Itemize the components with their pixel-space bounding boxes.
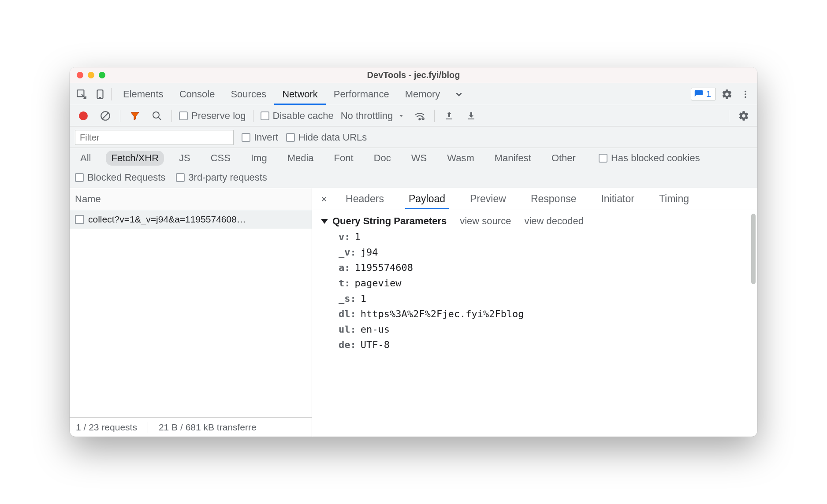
tab-elements[interactable]: Elements bbox=[115, 84, 171, 104]
query-params-section: Query String Parameters view source view… bbox=[321, 215, 749, 227]
type-filter-ws[interactable]: WS bbox=[406, 151, 432, 166]
detail-tab-initiator[interactable]: Initiator bbox=[597, 189, 637, 209]
kebab-menu-icon[interactable] bbox=[738, 87, 753, 102]
issues-count: 1 bbox=[706, 89, 711, 99]
type-filter-all[interactable]: All bbox=[75, 151, 96, 166]
hide-data-urls-checkbox[interactable]: Hide data URLs bbox=[286, 132, 367, 143]
type-filter-wasm[interactable]: Wasm bbox=[442, 151, 480, 166]
chevron-down-icon bbox=[397, 112, 405, 120]
network-conditions-icon[interactable] bbox=[412, 108, 427, 123]
separator bbox=[434, 110, 435, 122]
checkbox-icon bbox=[286, 133, 295, 142]
query-param: _vj94 bbox=[339, 247, 749, 258]
invert-label: Invert bbox=[254, 132, 278, 143]
type-filter-fetchxhr[interactable]: Fetch/XHR bbox=[106, 151, 164, 166]
detail-tab-timing[interactable]: Timing bbox=[656, 189, 693, 209]
disable-cache-label: Disable cache bbox=[273, 110, 334, 122]
settings-icon[interactable] bbox=[719, 87, 734, 102]
close-window-icon[interactable] bbox=[77, 72, 83, 78]
svg-point-10 bbox=[419, 118, 421, 119]
tab-network[interactable]: Network bbox=[274, 84, 326, 105]
separator bbox=[253, 110, 253, 122]
network-toolbar: Preserve log Disable cache No throttling bbox=[70, 105, 757, 126]
svg-point-4 bbox=[745, 93, 746, 95]
type-filter-other[interactable]: Other bbox=[546, 151, 581, 166]
tab-performance[interactable]: Performance bbox=[326, 84, 397, 104]
has-blocked-cookies-label: Has blocked cookies bbox=[611, 152, 700, 164]
network-body: Name collect?v=1&_v=j94&a=1195574608… 1 … bbox=[70, 188, 757, 437]
invert-checkbox[interactable]: Invert bbox=[242, 132, 278, 143]
param-value: pageview bbox=[355, 278, 402, 289]
param-key: ul bbox=[339, 324, 356, 335]
record-button[interactable] bbox=[76, 108, 91, 123]
param-key: a bbox=[339, 262, 350, 273]
view-decoded-link[interactable]: view decoded bbox=[524, 215, 584, 227]
param-key: de bbox=[339, 339, 356, 350]
svg-rect-13 bbox=[468, 119, 474, 119]
separator bbox=[171, 110, 172, 122]
throttling-select[interactable]: No throttling bbox=[341, 110, 406, 122]
param-key: _s bbox=[339, 293, 356, 304]
svg-point-8 bbox=[153, 112, 159, 118]
clear-icon[interactable] bbox=[98, 108, 113, 123]
param-value: en-us bbox=[361, 324, 390, 335]
resource-type-filters: AllFetch/XHRJSCSSImgMediaFontDocWSWasmMa… bbox=[70, 148, 757, 169]
titlebar: DevTools - jec.fyi/blog bbox=[70, 67, 757, 83]
minimize-window-icon[interactable] bbox=[88, 72, 94, 78]
type-filter-media[interactable]: Media bbox=[282, 151, 319, 166]
detail-tab-headers[interactable]: Headers bbox=[342, 189, 387, 209]
inspect-icon[interactable] bbox=[74, 87, 89, 102]
type-filter-js[interactable]: JS bbox=[174, 151, 196, 166]
disable-cache-checkbox[interactable]: Disable cache bbox=[261, 110, 334, 122]
checkbox-icon bbox=[599, 154, 607, 163]
network-settings-icon[interactable] bbox=[736, 108, 751, 123]
type-filter-css[interactable]: CSS bbox=[205, 151, 236, 166]
query-param: ulen-us bbox=[339, 324, 749, 335]
section-title: Query String Parameters bbox=[332, 215, 447, 227]
preserve-log-checkbox[interactable]: Preserve log bbox=[179, 110, 246, 122]
has-blocked-cookies-checkbox[interactable]: Has blocked cookies bbox=[599, 152, 700, 164]
detail-tab-response[interactable]: Response bbox=[527, 189, 580, 209]
third-party-checkbox[interactable]: 3rd-party requests bbox=[176, 172, 267, 183]
detail-tab-payload[interactable]: Payload bbox=[405, 189, 449, 209]
type-filter-doc[interactable]: Doc bbox=[369, 151, 396, 166]
upload-har-icon[interactable] bbox=[442, 108, 457, 123]
checkbox-icon bbox=[75, 173, 84, 182]
checkbox-icon bbox=[261, 111, 269, 120]
tab-console[interactable]: Console bbox=[171, 84, 223, 104]
separator bbox=[729, 110, 729, 122]
tab-sources[interactable]: Sources bbox=[223, 84, 274, 104]
tab-memory[interactable]: Memory bbox=[397, 84, 448, 104]
svg-rect-12 bbox=[446, 119, 452, 119]
download-har-icon[interactable] bbox=[464, 108, 479, 123]
filter-input[interactable] bbox=[75, 130, 234, 145]
request-row[interactable]: collect?v=1&_v=j94&a=1195574608… bbox=[70, 210, 312, 229]
separator bbox=[120, 110, 120, 122]
window-title: DevTools - jec.fyi/blog bbox=[367, 70, 460, 80]
detail-tab-preview[interactable]: Preview bbox=[466, 189, 510, 209]
payload-body: Query String Parameters view source view… bbox=[312, 210, 757, 437]
filter-row: Invert Hide data URLs bbox=[70, 126, 757, 148]
type-filter-manifest[interactable]: Manifest bbox=[489, 151, 536, 166]
svg-point-11 bbox=[422, 118, 424, 119]
requests-list: collect?v=1&_v=j94&a=1195574608… bbox=[70, 210, 312, 417]
close-detail-icon[interactable]: × bbox=[318, 193, 330, 205]
separator bbox=[111, 88, 112, 100]
filter-icon[interactable] bbox=[127, 108, 142, 123]
search-icon[interactable] bbox=[149, 108, 164, 123]
svg-line-9 bbox=[158, 117, 161, 120]
maximize-window-icon[interactable] bbox=[99, 72, 105, 78]
param-key: t bbox=[339, 278, 350, 289]
issues-badge[interactable]: 1 bbox=[691, 88, 716, 100]
type-filter-font[interactable]: Font bbox=[329, 151, 359, 166]
param-value: 1 bbox=[361, 293, 366, 304]
view-source-link[interactable]: view source bbox=[460, 215, 511, 227]
requests-transfer: 21 B / 681 kB transferre bbox=[159, 422, 257, 433]
disclosure-triangle-icon[interactable] bbox=[321, 219, 328, 224]
scrollbar[interactable] bbox=[751, 214, 756, 284]
blocked-requests-checkbox[interactable]: Blocked Requests bbox=[75, 172, 165, 183]
more-tabs-icon[interactable] bbox=[451, 87, 466, 102]
type-filter-img[interactable]: Img bbox=[246, 151, 272, 166]
device-toggle-icon[interactable] bbox=[93, 87, 108, 102]
query-param: dlhttps%3A%2F%2Fjec.fyi%2Fblog bbox=[339, 308, 749, 319]
